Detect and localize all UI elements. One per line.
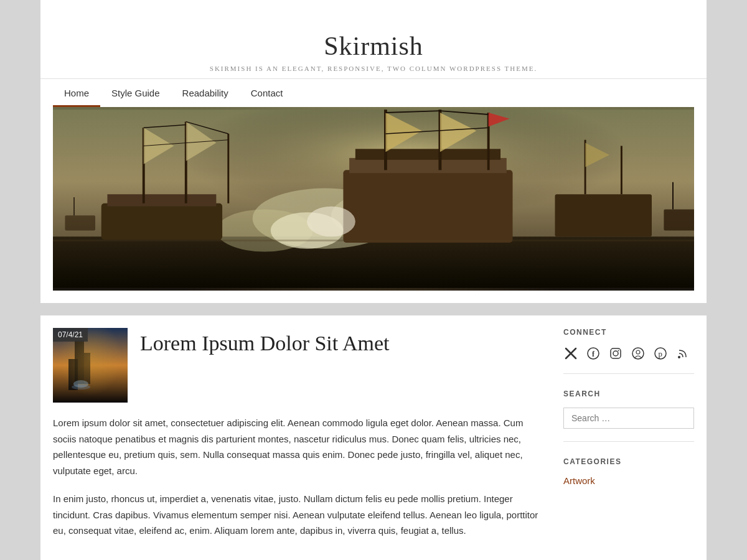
- sidebar-connect-section: CONNECT f: [563, 328, 694, 374]
- category-artwork-link[interactable]: Artwork: [563, 475, 595, 486]
- svg-rect-33: [664, 210, 694, 231]
- svg-point-50: [618, 350, 619, 352]
- svg-point-55: [678, 356, 680, 358]
- pinterest-icon: p: [654, 347, 667, 360]
- facebook-icon: f: [587, 347, 599, 360]
- nav-item-contact[interactable]: Contact: [240, 79, 294, 107]
- social-icon-github[interactable]: [631, 346, 646, 361]
- sidebar-categories-section: CATEGORIES Artwork: [563, 457, 694, 499]
- post-header: 07/4/21: [53, 328, 545, 403]
- site-tagline: SKIRMISH IS AN ELEGANT, RESPONSIVE, TWO …: [53, 65, 694, 72]
- svg-point-44: [73, 380, 88, 388]
- social-icon-instagram[interactable]: [608, 346, 623, 361]
- svg-rect-48: [611, 348, 621, 358]
- social-icon-facebook[interactable]: f: [586, 346, 601, 361]
- categories-heading: CATEGORIES: [563, 457, 694, 466]
- instagram-icon: [609, 347, 622, 360]
- nav-link-contact[interactable]: Contact: [240, 79, 294, 107]
- svg-rect-16: [343, 170, 512, 243]
- main-content: 07/4/21: [53, 328, 545, 551]
- search-heading: SEARCH: [563, 390, 694, 398]
- svg-rect-35: [65, 215, 95, 230]
- x-icon: [565, 347, 577, 360]
- post-date: 07/4/21: [53, 328, 88, 342]
- social-icon-rss[interactable]: [675, 346, 690, 361]
- svg-point-51: [632, 348, 644, 359]
- social-icon-x[interactable]: [563, 346, 578, 361]
- svg-rect-29: [555, 194, 652, 236]
- svg-rect-42: [84, 353, 90, 384]
- svg-rect-43: [68, 359, 78, 390]
- svg-rect-6: [101, 203, 222, 240]
- post-paragraph-2: In enim justo, rhoncus ut, imperdiet a, …: [53, 491, 545, 539]
- hero-banner: [40, 107, 707, 303]
- hero-image: [53, 107, 694, 291]
- svg-text:f: f: [592, 350, 595, 358]
- content-wrapper: 07/4/21: [40, 315, 707, 560]
- social-icons-list: f: [563, 346, 694, 361]
- nav-link-readability[interactable]: Readability: [171, 79, 240, 107]
- svg-text:p: p: [659, 349, 663, 358]
- sidebar: CONNECT f: [563, 328, 694, 551]
- svg-point-45: [72, 385, 90, 390]
- social-icon-pinterest[interactable]: p: [653, 346, 668, 361]
- nav-item-home[interactable]: Home: [53, 79, 100, 107]
- svg-rect-18: [355, 149, 500, 159]
- svg-point-52: [636, 350, 640, 354]
- svg-rect-41: [75, 340, 84, 384]
- hero-painting-svg: [53, 107, 694, 291]
- svg-point-38: [307, 207, 355, 237]
- post-article: 07/4/21: [53, 328, 545, 551]
- svg-rect-17: [349, 158, 507, 173]
- nav-item-readability[interactable]: Readability: [171, 79, 240, 107]
- svg-rect-7: [107, 194, 216, 206]
- nav-link-style-guide[interactable]: Style Guide: [100, 79, 171, 107]
- connect-heading: CONNECT: [563, 328, 694, 337]
- svg-point-49: [613, 351, 618, 356]
- post-thumbnail: 07/4/21: [53, 328, 128, 403]
- rss-icon: [677, 347, 689, 360]
- sidebar-search-section: SEARCH: [563, 390, 694, 442]
- svg-rect-39: [53, 240, 694, 241]
- search-input[interactable]: [563, 408, 694, 429]
- nav-item-style-guide[interactable]: Style Guide: [100, 79, 171, 107]
- post-paragraph-1: Lorem ipsum dolor sit amet, consectetuer…: [53, 415, 545, 478]
- post-title: Lorem Ipsum Dolor Sit Amet: [140, 328, 389, 357]
- main-nav: Home Style Guide Readability Contact: [40, 78, 707, 107]
- nav-link-home[interactable]: Home: [53, 79, 100, 107]
- github-icon: [632, 347, 644, 360]
- post-body: Lorem ipsum dolor sit amet, consectetuer…: [53, 415, 545, 551]
- site-title: Skirmish: [53, 31, 694, 61]
- svg-rect-2: [53, 236, 694, 288]
